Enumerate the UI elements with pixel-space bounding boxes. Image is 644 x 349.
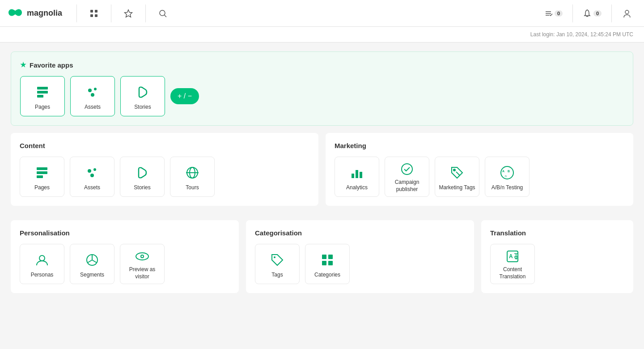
categorisation-tags-label: Tags <box>271 272 283 279</box>
notifications-badge: 0 <box>593 10 602 17</box>
personalisation-section: Personalisation Personas <box>11 220 239 293</box>
categorisation-app-categories[interactable]: Categories <box>305 244 350 284</box>
personalisation-title: Personalisation <box>20 229 230 237</box>
content-pages-icon <box>33 164 51 182</box>
svg-text:A: A <box>509 253 513 260</box>
personalisation-app-segments[interactable]: Segments <box>70 244 114 284</box>
content-assets-label: Assets <box>84 184 100 192</box>
svg-text:B: B <box>508 170 510 173</box>
header-right: 0 0 <box>539 4 637 23</box>
svg-text:n: n <box>505 174 507 178</box>
translation-app-content[interactable]: A Content Translation <box>490 244 535 284</box>
marketing-app-campaign[interactable]: Campaign publisher <box>385 157 429 197</box>
header-divider-3 <box>145 4 146 22</box>
content-stories-icon <box>133 164 151 182</box>
svg-point-20 <box>88 169 91 173</box>
content-app-pages[interactable]: Pages <box>20 157 64 197</box>
content-app-assets[interactable]: Assets <box>70 157 114 197</box>
marketing-abn-label: A/B/n Testing <box>491 184 523 192</box>
svg-rect-42 <box>322 255 326 259</box>
svg-point-41 <box>274 256 275 258</box>
content-assets-icon <box>83 164 101 182</box>
personalisation-segments-label: Segments <box>80 272 104 279</box>
svg-point-22 <box>90 174 94 177</box>
categorisation-title: Categorisation <box>255 229 465 237</box>
header-divider-2 <box>111 4 111 22</box>
marketing-app-analytics[interactable]: Analytics <box>335 157 379 197</box>
marketing-campaign-label: Campaign publisher <box>389 179 425 193</box>
svg-point-21 <box>93 168 96 171</box>
categorisation-section: Categorisation Tags <box>246 220 474 293</box>
svg-rect-0 <box>90 10 93 13</box>
marketing-title: Marketing <box>335 142 624 149</box>
search-button[interactable] <box>153 4 173 23</box>
main-content: ★ Favorite apps Pages Ass <box>0 43 644 309</box>
svg-rect-12 <box>37 91 48 94</box>
favorites-app-grid: Pages Assets <box>20 76 624 116</box>
favorites-section: ★ Favorite apps Pages Ass <box>11 51 633 126</box>
subheader: Last login: Jan 10, 2024, 12:45:24 PM UT… <box>0 27 644 43</box>
svg-rect-1 <box>95 10 97 13</box>
content-tours-icon <box>183 164 201 182</box>
bottom-row: Personalisation Personas <box>11 220 633 300</box>
preview-as-visitor-icon <box>133 249 151 264</box>
svg-point-15 <box>94 88 97 90</box>
translation-content-label: Content Translation <box>494 266 531 280</box>
content-app-tours[interactable]: Tours <box>170 157 215 197</box>
favorites-button[interactable] <box>119 4 138 23</box>
fav-app-assets[interactable]: Assets <box>70 76 115 116</box>
categories-icon <box>318 251 336 269</box>
svg-rect-44 <box>322 261 326 265</box>
marketing-app-abn[interactable]: A B n A/B/n Testing <box>485 157 530 197</box>
personalisation-app-preview[interactable]: Preview as visitor <box>120 244 165 284</box>
categorisation-categories-label: Categories <box>314 272 340 279</box>
svg-rect-17 <box>37 167 47 170</box>
personalisation-app-personas[interactable]: Personas <box>20 244 64 284</box>
marketing-app-grid: Analytics Campaign publisher <box>335 157 624 197</box>
personalisation-preview-label: Preview as visitor <box>124 266 161 280</box>
svg-rect-26 <box>352 174 354 178</box>
svg-point-16 <box>91 93 94 97</box>
svg-point-36 <box>39 255 45 261</box>
add-remove-button[interactable]: + / − <box>170 88 199 104</box>
personalisation-personas-label: Personas <box>31 272 54 279</box>
svg-rect-43 <box>328 255 333 259</box>
favorites-title: ★ Favorite apps <box>20 61 624 69</box>
personalisation-app-grid: Personas Segments <box>20 244 230 284</box>
marketing-analytics-label: Analytics <box>346 184 368 192</box>
content-app-stories[interactable]: Stories <box>120 157 165 197</box>
fav-app-pages[interactable]: Pages <box>20 76 65 116</box>
last-login-text: Last login: Jan 10, 2024, 12:45:24 PM UT… <box>530 31 633 38</box>
categorisation-app-tags[interactable]: Tags <box>255 244 300 284</box>
fav-assets-label: Assets <box>85 104 101 111</box>
marketing-app-tags[interactable]: Marketing Tags <box>435 157 479 197</box>
marketing-tags-label: Marketing Tags <box>439 184 475 192</box>
tags-icon <box>268 251 286 269</box>
svg-rect-32 <box>501 166 513 179</box>
fav-app-stories[interactable]: Stories <box>120 76 165 116</box>
logo-icon <box>7 6 23 21</box>
logo[interactable]: magnolia <box>7 6 62 21</box>
header-divider-4 <box>572 4 573 22</box>
segments-icon <box>83 251 101 269</box>
marketing-section: Marketing Analytics <box>326 133 633 206</box>
logo-text: magnolia <box>27 9 62 18</box>
tasks-button[interactable]: 0 <box>539 6 567 21</box>
abn-testing-icon: A B n <box>498 164 516 182</box>
add-remove-wrapper: + / − <box>170 76 199 116</box>
header-divider-5 <box>611 4 612 22</box>
svg-point-14 <box>88 89 92 92</box>
stories-icon <box>134 83 152 101</box>
notifications-button[interactable]: 0 <box>578 6 606 21</box>
svg-rect-18 <box>37 171 47 174</box>
translation-title: Translation <box>490 229 624 237</box>
svg-point-29 <box>402 164 412 174</box>
favorites-star-icon: ★ <box>20 61 26 69</box>
svg-rect-28 <box>360 172 362 178</box>
tasks-badge: 0 <box>555 10 563 17</box>
user-profile-button[interactable] <box>617 4 637 23</box>
translation-section: Translation A Content Translation <box>481 220 633 293</box>
apps-grid-button[interactable] <box>84 4 104 23</box>
header-divider <box>76 4 77 22</box>
svg-rect-27 <box>356 170 358 178</box>
